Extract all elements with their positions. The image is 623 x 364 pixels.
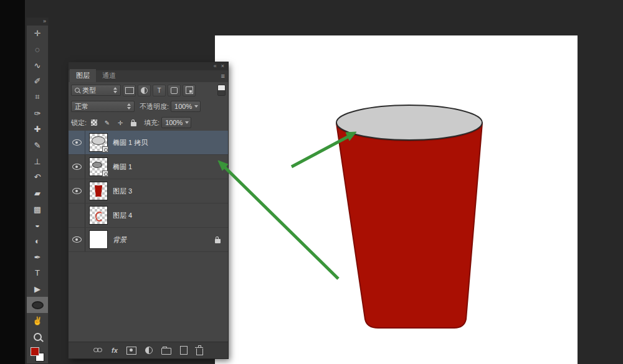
layer-name[interactable]: 图层 3 (113, 187, 132, 196)
red-cup-artwork (215, 35, 578, 364)
zoom-tool-icon (34, 333, 42, 341)
new-adjustment-layer-button[interactable] (145, 347, 153, 354)
lock-position-button[interactable]: ✛ (115, 118, 126, 128)
panel-tabs: 图层 通道 ≡ (69, 70, 228, 82)
filter-kind-dropdown[interactable]: 类型 (71, 85, 121, 96)
eyedropper-tool-button[interactable]: ✑ (27, 105, 48, 121)
shape-icon (171, 87, 178, 94)
background-lock-icon (215, 239, 221, 243)
layer-name[interactable]: 椭圆 1 拷贝 (113, 138, 148, 147)
history-brush-tool-button[interactable]: ↶ (27, 169, 48, 185)
eraser-tool-icon: ▰ (34, 189, 40, 198)
panel-collapse-icon[interactable]: « (214, 62, 217, 70)
filter-pixel-layers-button[interactable] (123, 85, 136, 96)
crop-tool-icon: ⌗ (35, 92, 39, 102)
hand-tool-button[interactable]: ✌ (27, 313, 48, 329)
clone-stamp-tool-button[interactable]: ⊥ (27, 153, 48, 169)
tools-collapse-button[interactable]: » (27, 18, 48, 26)
visibility-toggle[interactable] (69, 131, 85, 154)
blend-mode-dropdown[interactable]: 正常 (71, 101, 135, 112)
marquee-tool-button[interactable]: ◌ (27, 42, 48, 58)
layer-list-empty-area (69, 252, 228, 342)
visibility-toggle[interactable] (69, 155, 85, 179)
layer-row-layer-3[interactable]: 图层 3 (69, 179, 228, 203)
lasso-tool-button[interactable]: ∿ (27, 57, 48, 73)
crop-tool-button[interactable]: ⌗ (27, 90, 48, 106)
history-brush-tool-icon: ↶ (34, 172, 41, 182)
layer-name[interactable]: 背景 (113, 235, 126, 245)
type-tool-icon: T (35, 268, 40, 278)
ellipse-tool-icon (32, 301, 44, 309)
path-selection-tool-button[interactable]: ▶ (27, 281, 48, 297)
layer-thumbnail[interactable] (89, 157, 108, 176)
layer-row-ellipse-1-copy[interactable]: 椭圆 1 拷贝 (69, 131, 228, 155)
foreground-color-swatch[interactable] (31, 347, 39, 356)
layer-thumbnail[interactable] (89, 230, 108, 249)
new-group-button[interactable] (161, 346, 171, 355)
add-layer-mask-button[interactable] (126, 347, 136, 355)
fill-value-dropdown[interactable]: 100% (161, 117, 191, 128)
blur-tool-icon: ◒ (35, 220, 40, 230)
layer-thumbnail[interactable] (89, 133, 108, 152)
move-tool-button[interactable]: ✛ (27, 26, 48, 42)
panel-close-icon[interactable]: × (221, 62, 224, 70)
layer-row-background[interactable]: 背景 (69, 228, 228, 252)
layer-row-ellipse-1[interactable]: 椭圆 1 (69, 155, 228, 179)
ellipse-tool-button[interactable] (27, 297, 48, 313)
eye-icon (72, 139, 82, 146)
filter-shape-layers-button[interactable] (168, 85, 181, 96)
new-layer-button[interactable] (180, 346, 188, 355)
eye-icon (72, 164, 82, 170)
layers-panel: « × 图层 通道 ≡ 类型 T 正常 不透明度: 100% 锁定: (69, 62, 228, 358)
lock-image-pixels-button[interactable]: ✎ (102, 118, 113, 128)
document-canvas[interactable] (215, 35, 578, 364)
type-icon: T (157, 87, 161, 94)
trash-icon (196, 348, 203, 355)
adjustment-icon (141, 87, 148, 94)
tab-layers[interactable]: 图层 (70, 69, 96, 82)
layer-thumbnail[interactable] (89, 206, 108, 225)
search-icon (75, 88, 80, 93)
eraser-tool-button[interactable]: ▰ (27, 185, 48, 202)
lock-transparent-pixels-button[interactable] (88, 118, 100, 128)
brush-tool-button[interactable]: ✎ (27, 138, 48, 154)
fill-value: 100% (165, 119, 183, 126)
chevron-down-icon (194, 105, 198, 108)
layer-name[interactable]: 椭圆 1 (113, 162, 132, 172)
eye-icon (72, 188, 82, 194)
gradient-tool-button[interactable]: ▩ (27, 201, 48, 217)
layer-style-button[interactable]: fx (112, 347, 118, 354)
dodge-tool-button[interactable]: ◐ (27, 233, 48, 250)
type-tool-button[interactable]: T (27, 265, 48, 281)
layer-row-layer-4[interactable]: 图层 4 (69, 203, 228, 228)
checkerboard-icon (91, 119, 97, 126)
tab-channels[interactable]: 通道 (96, 69, 122, 82)
filter-type-layers-button[interactable]: T (153, 85, 166, 96)
layers-panel-bottom-bar: fx (69, 342, 228, 358)
color-swatches (27, 346, 48, 363)
zoom-tool-button[interactable] (27, 329, 48, 345)
link-layers-button[interactable] (93, 348, 103, 353)
ellipse-shape-preview (92, 136, 105, 145)
blur-tool-button[interactable]: ◒ (27, 217, 48, 233)
visibility-toggle[interactable] (69, 228, 85, 251)
filter-switch[interactable] (217, 85, 226, 96)
opacity-value-dropdown[interactable]: 100% (171, 101, 201, 112)
vector-mask-badge-icon (102, 146, 108, 152)
quick-selection-tool-button[interactable]: ✐ (27, 73, 48, 90)
layer-name[interactable]: 图层 4 (113, 211, 132, 220)
delete-layer-button[interactable] (196, 346, 203, 355)
image-icon (125, 87, 134, 94)
healing-brush-tool-button[interactable]: ✚ (27, 121, 48, 138)
visibility-toggle[interactable] (69, 179, 85, 203)
pen-tool-button[interactable]: ✒ (27, 249, 48, 265)
lock-all-button[interactable] (128, 118, 139, 128)
filter-smart-objects-button[interactable] (183, 85, 196, 96)
panel-menu-icon[interactable]: ≡ (221, 72, 225, 80)
lasso-tool-icon: ∿ (34, 61, 41, 70)
visibility-toggle[interactable] (69, 203, 85, 227)
lock-icon (131, 122, 136, 126)
filter-adjustment-layers-button[interactable] (138, 85, 151, 96)
hand-tool-icon: ✌ (32, 316, 42, 325)
layer-thumbnail[interactable] (89, 182, 108, 200)
